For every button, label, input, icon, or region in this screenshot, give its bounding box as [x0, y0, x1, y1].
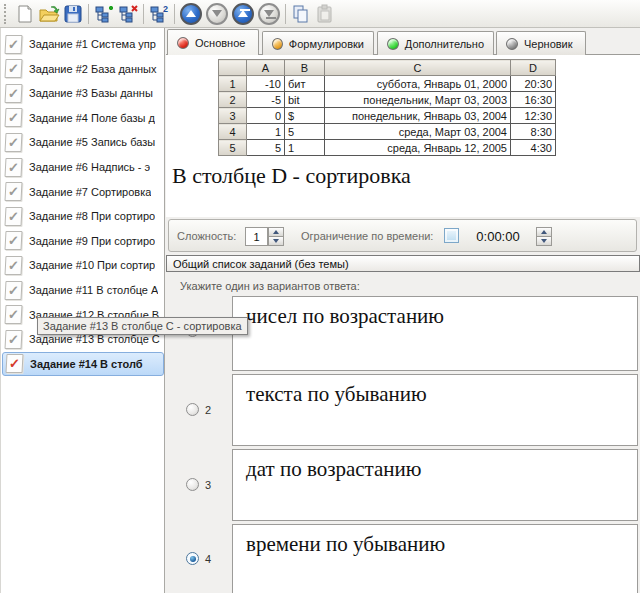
task-check-icon: ✓	[5, 281, 23, 300]
sidebar-item-task-6[interactable]: ✓Задание #6 Надпись - э	[2, 155, 164, 179]
task-check-icon: ✓	[5, 330, 23, 349]
spin-up-button[interactable]	[268, 227, 284, 237]
sheet-cell: среда, Январь 12, 2005	[325, 140, 511, 156]
question-text[interactable]: В столбце D - сортировка	[172, 163, 411, 189]
orange-dot-icon	[272, 38, 283, 50]
sidebar-item-task-4[interactable]: ✓Задание #4 Поле базы д	[2, 106, 164, 130]
radio-icon[interactable]	[186, 403, 199, 416]
tab-additional[interactable]: Дополнительно	[377, 31, 494, 55]
task-label: Задание #5 Запись базы	[29, 136, 155, 148]
new-document-button[interactable]	[13, 2, 37, 26]
save-file-button[interactable]	[61, 2, 85, 26]
time-limit-input[interactable]: 0:00:00	[467, 227, 529, 246]
tab-draft[interactable]: Черновик	[496, 31, 586, 55]
sheet-row-num: 4	[219, 124, 247, 140]
sidebar-item-task-11[interactable]: ✓Задание #11 В столбце А	[2, 278, 164, 302]
sheet-cell: 5	[285, 124, 325, 140]
tab-wording[interactable]: Формулировки	[262, 31, 374, 55]
move-up-button[interactable]	[180, 3, 202, 25]
red-dot-icon	[177, 37, 189, 49]
sidebar-item-task-7[interactable]: ✓Задание #7 Сортировка	[2, 180, 164, 204]
sheet-row: 5 5 1 среда, Январь 12, 2005 4:30	[219, 140, 556, 156]
radio-number: 2	[205, 404, 211, 416]
sheet-cell: bit	[285, 92, 325, 108]
sidebar-item-task-3[interactable]: ✓Задание #3 Базы данны	[2, 81, 164, 105]
sidebar-item-task-9[interactable]: ✓Задание #9 При сортиро	[2, 229, 164, 253]
save-icon	[64, 5, 82, 23]
answer-radio-4[interactable]: 4	[186, 552, 211, 565]
task-check-icon-selected: ✓	[6, 354, 24, 373]
task-group-dropdown[interactable]: Общий список заданий (без темы)	[166, 255, 640, 272]
task-list: ✓Задание #1 Система упр ✓Задание #2 База…	[0, 28, 165, 593]
move-down-button[interactable]	[206, 3, 228, 25]
answer-option-2[interactable]: текста по убыванию	[232, 374, 638, 446]
group-tasks-icon: 2	[149, 4, 169, 24]
open-file-button[interactable]	[37, 2, 61, 26]
sheet-cell: 12:30	[511, 108, 556, 124]
answer-option-4[interactable]: времени по убыванию	[232, 524, 638, 593]
tab-label: Дополнительно	[405, 38, 484, 50]
difficulty-spinner[interactable]	[268, 227, 284, 246]
add-task-button[interactable]	[92, 2, 116, 26]
gray-dot-icon	[506, 38, 518, 50]
sheet-row-num: 1	[219, 76, 247, 92]
time-limit-label: Ограничение по времени:	[301, 230, 433, 242]
answer-option-3[interactable]: дат по возрастанию	[232, 449, 638, 521]
radio-number: 4	[205, 553, 211, 565]
answer-option-1[interactable]: чисел по возрастанию	[232, 296, 638, 371]
sidebar-item-task-2[interactable]: ✓Задание #2 База данных	[2, 57, 164, 81]
sheet-col-header: C	[325, 60, 511, 76]
paste-button[interactable]	[313, 2, 337, 26]
delete-task-icon	[118, 4, 138, 24]
time-limit-checkbox[interactable]	[444, 228, 459, 243]
toolbar: 2	[0, 0, 640, 28]
spin-down-button[interactable]	[268, 237, 284, 246]
task-check-icon: ✓	[5, 182, 23, 201]
copy-button[interactable]	[289, 2, 313, 26]
answer-radio-2[interactable]: 2	[186, 403, 211, 416]
sidebar-item-task-8[interactable]: ✓Задание #8 При сортиро	[2, 204, 164, 228]
toolbar-separator	[174, 4, 175, 24]
sheet-cell: 1	[247, 124, 285, 140]
radio-number: 3	[205, 479, 211, 491]
move-to-bottom-button[interactable]	[258, 3, 280, 25]
tab-label: Формулировки	[289, 38, 364, 50]
paste-icon	[316, 4, 334, 24]
task-settings-bar: Сложность: 1 Ограничение по времени: 0:0…	[168, 219, 637, 252]
difficulty-input[interactable]: 1	[245, 227, 268, 246]
triangle-down-icon	[541, 239, 547, 243]
group-tasks-button[interactable]: 2	[147, 2, 171, 26]
tab-bar: Основное Формулировки Дополнительно Черн…	[166, 29, 640, 55]
sheet-cell: 16:30	[511, 92, 556, 108]
add-task-icon	[94, 4, 114, 24]
answer-radio-3[interactable]: 3	[186, 478, 211, 491]
spin-down-button[interactable]	[536, 237, 552, 246]
sheet-cell: -10	[247, 76, 285, 92]
delete-task-button[interactable]	[116, 2, 140, 26]
sheet-cell: 1	[285, 140, 325, 156]
tab-main[interactable]: Основное	[167, 29, 259, 55]
task-check-icon: ✓	[5, 133, 23, 152]
task-label: Задание #9 При сортиро	[29, 235, 155, 247]
task-label: Задание #6 Надпись - э	[29, 161, 150, 173]
sidebar-item-task-5[interactable]: ✓Задание #5 Запись базы	[2, 130, 164, 154]
tab-label: Основное	[195, 37, 245, 49]
sheet-row-num: 5	[219, 140, 247, 156]
task-label: Задание #1 Система упр	[29, 38, 156, 50]
radio-icon[interactable]	[186, 478, 199, 491]
toolbar-grip[interactable]	[4, 4, 9, 24]
move-to-top-button[interactable]	[232, 3, 254, 25]
answer-prompt: Укажите один из вариантов ответа:	[180, 280, 360, 292]
time-limit-spinner[interactable]	[536, 227, 552, 246]
sidebar-item-task-10[interactable]: ✓Задание #10 При сортир	[2, 253, 164, 277]
sidebar-item-task-14[interactable]: ✓Задание #14 В столб	[2, 352, 164, 376]
difficulty-label: Сложность:	[177, 230, 236, 242]
sheet-col-header: D	[511, 60, 556, 76]
copy-icon	[292, 4, 310, 24]
move-to-top-icon	[238, 10, 248, 17]
task-check-icon: ✓	[5, 231, 23, 250]
sidebar-item-task-1[interactable]: ✓Задание #1 Система упр	[2, 32, 164, 56]
spin-up-button[interactable]	[536, 227, 552, 237]
radio-checked-icon[interactable]	[186, 552, 199, 565]
sheet-cell: понедельник, Март 03, 2003	[325, 92, 511, 108]
